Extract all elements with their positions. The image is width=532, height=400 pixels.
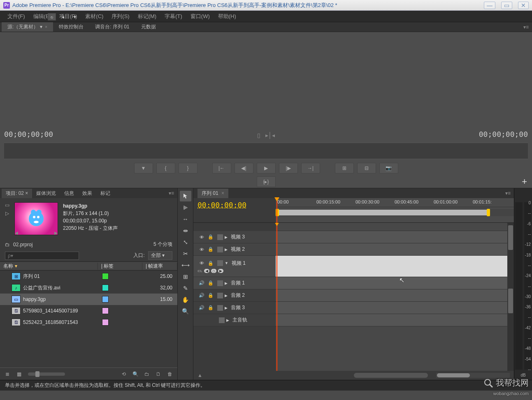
rolling-edit-tool[interactable]: ⇹: [180, 225, 191, 236]
tab-info[interactable]: 信息: [60, 189, 78, 198]
step-forward-button[interactable]: |▶: [279, 163, 298, 173]
keyframe-prev-icon[interactable]: ◀: [204, 269, 209, 273]
timeline-ruler-area[interactable]: 00:0000:00:15:0000:00:30:0000:00:45:0000…: [276, 198, 514, 222]
track-select-tool[interactable]: ⫸: [180, 202, 191, 213]
chevron-down-icon[interactable]: ▼: [225, 261, 228, 265]
track-a3-content[interactable]: [276, 302, 514, 314]
play-button[interactable]: ▶: [257, 163, 276, 173]
chevron-right-icon[interactable]: ▶: [225, 247, 228, 252]
chevron-right-icon[interactable]: ▶: [225, 235, 228, 239]
row-label-swatch[interactable]: [102, 284, 109, 291]
safe-margins-icon[interactable]: ▸│◂: [265, 132, 275, 139]
pen-tool[interactable]: ✎: [180, 283, 191, 294]
speaker-icon[interactable]: 🔊: [197, 292, 206, 299]
clip-thumbnail[interactable]: ◀ ▶: [14, 202, 58, 235]
work-area-bar[interactable]: [276, 209, 514, 216]
preview-play-icon[interactable]: ▷: [5, 210, 9, 216]
project-row[interactable]: ♪ 公益广告宣传.avi 32,00: [0, 282, 177, 294]
list-view-button[interactable]: ≣: [2, 370, 12, 379]
menu-window[interactable]: 窗口(W): [187, 11, 213, 22]
overwrite-button[interactable]: ⊟: [357, 163, 376, 173]
ripple-edit-tool[interactable]: ↔: [180, 214, 191, 224]
thumbnail-size-slider[interactable]: [28, 372, 65, 376]
keyframe-mode-icon[interactable]: ▭.: [197, 268, 202, 273]
column-label[interactable]: | 标签: [98, 263, 142, 270]
close-button[interactable]: ✕: [518, 2, 529, 9]
add-button[interactable]: +: [522, 176, 527, 187]
lock-icon[interactable]: 🔒: [207, 280, 215, 287]
new-item-button[interactable]: 🗋: [153, 370, 163, 379]
column-name[interactable]: 名称 ▾: [0, 263, 98, 270]
tab-metadata[interactable]: 元数据: [135, 22, 162, 32]
timeline-content[interactable]: ↖: [276, 223, 514, 371]
new-bin-button[interactable]: 🗀: [142, 370, 152, 379]
hand-tool[interactable]: ✋: [180, 294, 191, 305]
loop-button[interactable]: {▸}: [257, 176, 276, 187]
speaker-icon[interactable]: 🔊: [197, 280, 206, 287]
timeline-panel-menu-icon[interactable]: ▾≡: [502, 190, 514, 196]
tab-audio-mixer[interactable]: 调音台: 序列 01: [89, 22, 135, 32]
track-target[interactable]: [217, 260, 223, 266]
menu-title[interactable]: 字幕(T): [161, 11, 186, 22]
track-target[interactable]: [217, 247, 223, 252]
timeline-tab[interactable]: 序列 01 ×: [197, 189, 228, 198]
track-target[interactable]: [219, 317, 225, 323]
column-framerate[interactable]: | 帧速率: [142, 263, 177, 270]
lock-icon[interactable]: 🔒: [207, 234, 215, 241]
tab-project[interactable]: 项目: 02 ×: [2, 189, 32, 198]
timeline-zoom-slider[interactable]: [354, 373, 428, 378]
marker-visibility-button[interactable]: ●: [59, 13, 67, 21]
maximize-button[interactable]: ▭: [501, 2, 512, 9]
track-header-v3[interactable]: 👁 🔒 ▶ 视频 3: [193, 231, 276, 243]
lock-icon[interactable]: 🔒: [207, 292, 215, 299]
chevron-right-icon[interactable]: ▶: [225, 281, 228, 285]
slip-tool[interactable]: ⟷: [180, 260, 191, 271]
tab-source[interactable]: 源:（无素材）▾×: [2, 22, 53, 32]
track-target[interactable]: [217, 293, 223, 298]
track-header-master[interactable]: ▶ 主音轨: [193, 314, 276, 326]
automate-button[interactable]: ⟲: [119, 370, 129, 379]
monitor-viewport[interactable]: 00;00;00;00 ▯ ▸│◂ 00;00;00;00: [0, 32, 532, 141]
lock-icon[interactable]: 🔒: [207, 246, 215, 253]
find-button[interactable]: 🔍: [130, 370, 140, 379]
tab-effect-controls[interactable]: 特效控制台: [53, 22, 89, 32]
keyframe-add-icon[interactable]: ◇: [211, 269, 216, 273]
track-v2-content[interactable]: [276, 243, 514, 256]
track-v3-content[interactable]: [276, 231, 514, 243]
track-v1-content[interactable]: [276, 256, 514, 277]
go-to-in-button[interactable]: |←: [212, 163, 231, 173]
add-marker-button[interactable]: ▼: [71, 13, 79, 21]
menu-file[interactable]: 文件(F): [4, 11, 28, 22]
lock-icon[interactable]: 🔒: [207, 259, 215, 267]
selection-tool[interactable]: [180, 191, 191, 201]
zoom-tool[interactable]: 🔍: [180, 306, 191, 317]
track-target[interactable]: [217, 234, 223, 240]
keyframe-next-icon[interactable]: ▶: [218, 269, 223, 273]
track-header-v2[interactable]: 👁 🔒 ▶ 视频 2: [193, 243, 276, 256]
project-row[interactable]: 🖻 5252423_161858071543: [0, 317, 177, 328]
timeline-current-timecode[interactable]: 00:00:00:00: [197, 201, 272, 209]
row-label-swatch[interactable]: [102, 273, 109, 280]
menu-clip[interactable]: 素材(C): [82, 11, 107, 22]
in-select[interactable]: 全部 ▾: [148, 251, 172, 260]
track-header-a1[interactable]: 🔊 🔒 ▶ 音频 1: [193, 277, 276, 289]
insert-button[interactable]: ⊞: [335, 163, 354, 173]
menu-sequence[interactable]: 序列(S): [108, 11, 132, 22]
monitor-timecode-in[interactable]: 00;00;00;00: [4, 130, 53, 139]
track-a1-content[interactable]: [276, 277, 514, 289]
poster-frame-icon[interactable]: ▭: [5, 202, 9, 208]
set-out-button[interactable]: }: [179, 163, 197, 173]
track-header-v1[interactable]: 👁 🔒 ▼ 视频 1 ▭. ◀ ◇ ▶: [193, 256, 276, 277]
monitor-timecode-out[interactable]: 00;00;00;00: [479, 130, 528, 139]
track-header-a3[interactable]: 🔊 🔒 ▶ 音频 3: [193, 302, 276, 314]
project-row[interactable]: 🖻 5759803_141445007189: [0, 305, 177, 317]
tab-effects[interactable]: 效果: [78, 189, 96, 198]
lock-icon[interactable]: 🔒: [207, 304, 215, 312]
row-label-swatch[interactable]: [102, 296, 109, 303]
track-master-content[interactable]: [276, 314, 514, 326]
menu-help[interactable]: 帮助(H): [215, 11, 239, 22]
minimize-button[interactable]: —: [484, 2, 495, 9]
icon-view-button[interactable]: ▦: [14, 370, 24, 379]
timeline-horizontal-scrollbar[interactable]: [436, 373, 510, 378]
snap-button[interactable]: ⎋: [48, 13, 56, 21]
